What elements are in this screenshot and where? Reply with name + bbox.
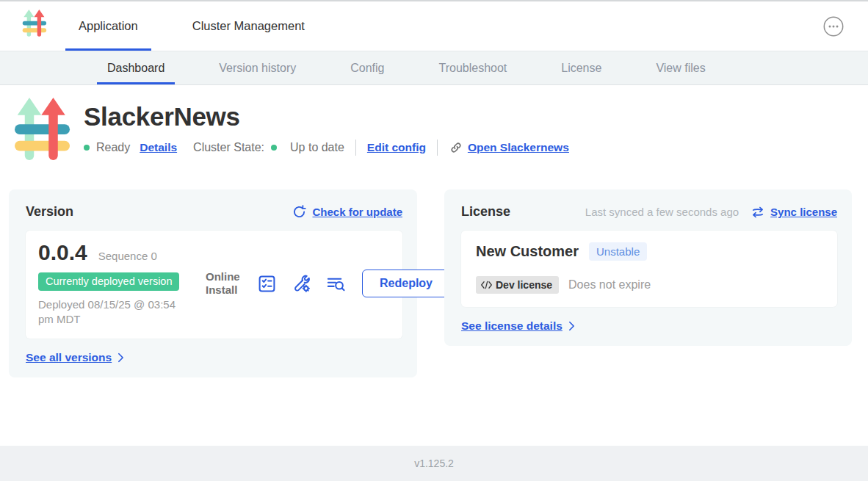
code-icon [480, 281, 493, 289]
install-type-label: Online Install [206, 270, 242, 298]
tab-license[interactable]: License [551, 51, 612, 84]
see-all-versions-link[interactable]: See all versions [26, 351, 402, 364]
app-logo-icon [22, 10, 48, 43]
status-details-link[interactable]: Details [140, 141, 177, 154]
page-footer: v1.125.2 [0, 446, 868, 481]
sequence-label: Sequence 0 [98, 250, 157, 262]
edit-config-link[interactable]: Edit config [367, 141, 426, 154]
open-app-link[interactable]: Open Slackernews [449, 140, 569, 155]
top-nav: Application Cluster Management [65, 1, 318, 51]
sync-icon [751, 205, 765, 220]
tab-troubleshoot[interactable]: Troubleshoot [428, 51, 517, 84]
license-card: License Last synced a few seconds ago Sy… [444, 189, 852, 346]
app-status-text: Ready [96, 141, 130, 154]
see-license-details-label: See license details [461, 319, 563, 333]
current-version-panel: 0.0.4 Sequence 0 Currently deployed vers… [26, 231, 402, 339]
app-status-dot [84, 145, 90, 151]
refresh-icon [292, 204, 307, 220]
version-number: 0.0.4 [38, 240, 87, 265]
page-title: SlackerNews [84, 102, 569, 131]
divider [437, 140, 438, 156]
app-logo-large-icon [15, 98, 73, 167]
see-all-versions-label: See all versions [26, 351, 112, 364]
deployed-timestamp: Deployed 08/15/25 @ 03:54 pm MDT [38, 297, 189, 328]
last-synced-text: Last synced a few seconds ago [585, 206, 739, 218]
license-expiry-text: Does not expire [568, 278, 651, 292]
app-header: SlackerNews Ready Details Cluster State:… [15, 98, 868, 167]
check-for-update-link[interactable]: Check for update [292, 204, 402, 220]
chevron-right-icon [568, 321, 575, 331]
license-type-badge: Dev license [476, 276, 559, 294]
top-header: Application Cluster Management [0, 1, 868, 51]
tab-view-files[interactable]: View files [645, 51, 715, 84]
app-status-row: Ready Details Cluster State: Up to date … [84, 140, 569, 156]
channel-badge: Unstable [589, 242, 647, 261]
configure-wrench-icon[interactable] [292, 274, 311, 294]
cluster-state-dot [271, 145, 277, 151]
dashboard-cards: Version Check for update 0.0.4 Sequ [9, 189, 852, 377]
sync-license-label: Sync license [770, 206, 837, 218]
see-license-details-link[interactable]: See license details [461, 319, 837, 333]
version-card: Version Check for update 0.0.4 Sequ [9, 189, 417, 377]
tab-config[interactable]: Config [340, 51, 394, 84]
license-type-label: Dev license [496, 279, 552, 291]
deploy-logs-icon[interactable] [326, 274, 346, 294]
redeploy-button[interactable]: Redeploy [362, 270, 450, 297]
chevron-right-icon [117, 352, 124, 363]
app-sub-nav: Dashboard Version history Config Trouble… [0, 51, 868, 85]
sync-license-link[interactable]: Sync license [751, 205, 837, 220]
currently-deployed-badge: Currently deployed version [38, 272, 179, 291]
link-icon [449, 140, 463, 155]
cluster-state-value: Up to date [290, 141, 344, 154]
ellipsis-icon [823, 16, 844, 37]
tab-dashboard[interactable]: Dashboard [97, 51, 175, 84]
open-app-label: Open Slackernews [468, 141, 569, 154]
version-card-title: Version [26, 204, 73, 220]
tab-version-history[interactable]: Version history [209, 51, 306, 84]
main-content: SlackerNews Ready Details Cluster State:… [0, 85, 868, 446]
license-card-title: License [461, 204, 510, 220]
tab-cluster-management[interactable]: Cluster Management [179, 1, 318, 51]
preflight-checks-icon[interactable] [257, 274, 277, 294]
license-detail-panel: New Customer Unstable Dev license Does n… [461, 231, 837, 307]
divider [355, 140, 356, 156]
overflow-menu-button[interactable] [823, 16, 844, 37]
cluster-state-label: Cluster State: [193, 141, 264, 154]
check-for-update-label: Check for update [312, 206, 402, 218]
console-version: v1.125.2 [414, 458, 454, 469]
customer-name: New Customer [476, 243, 579, 260]
tab-application[interactable]: Application [65, 1, 151, 51]
